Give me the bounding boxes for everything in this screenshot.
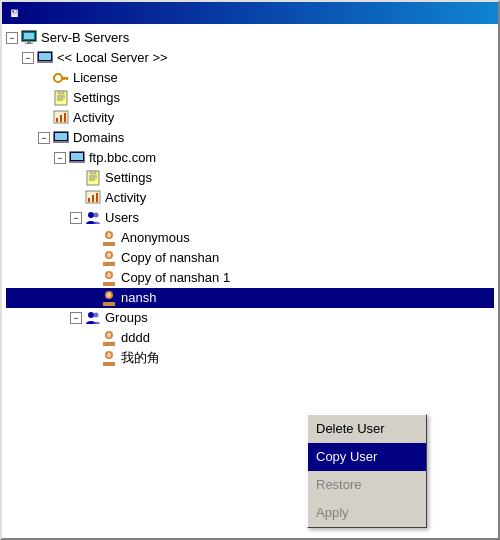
node-label-license: License [73,69,118,87]
node-label-groups: Groups [105,309,148,327]
node-icon-local [36,49,54,67]
tree-node-copynanshan1[interactable]: Copy of nanshan 1 [6,268,494,288]
title-bar: 🖥 [2,2,498,24]
tree-node-settings2[interactable]: Settings [6,168,494,188]
svg-point-52 [107,333,111,338]
svg-point-38 [107,233,111,238]
svg-rect-33 [92,195,94,202]
node-icon-settings2 [84,169,102,187]
tree-node-users[interactable]: −Users [6,208,494,228]
node-label-settings1: Settings [73,89,120,107]
tree-node-anonymous[interactable]: Anonymous [6,228,494,248]
expand-button[interactable]: − [70,212,82,224]
svg-rect-56 [103,362,115,366]
svg-rect-2 [27,41,31,43]
node-label-anonymous: Anonymous [121,229,190,247]
content-area: −Serv-B Servers−<< Local Server >>Licens… [2,24,498,538]
node-icon-activity1 [52,109,70,127]
svg-rect-18 [60,115,62,122]
svg-rect-45 [103,282,115,286]
tree-node-root[interactable]: −Serv-B Servers [6,28,494,48]
svg-rect-27 [90,171,96,174]
tree-node-domains[interactable]: −Domains [6,128,494,148]
svg-point-44 [107,273,111,278]
restore-menu-item: Restore [308,471,426,499]
node-icon-groups [84,309,102,327]
copy-user-menu-item[interactable]: Copy User [308,443,426,471]
svg-point-49 [88,312,94,318]
svg-point-55 [107,353,111,358]
svg-rect-9 [66,77,68,80]
tree-node-ftp[interactable]: −ftp.bbc.com [6,148,494,168]
node-icon-settings1 [52,89,70,107]
svg-rect-5 [39,53,51,60]
tree-node-nansh[interactable]: nansh [6,288,494,308]
node-icon-copynanshan [100,249,118,267]
node-icon-root [20,29,38,47]
tree-container: −Serv-B Servers−<< Local Server >>Licens… [6,28,494,368]
node-label-dddd: dddd [121,329,150,347]
node-label-local: << Local Server >> [57,49,168,67]
node-icon-nansh [100,289,118,307]
node-icon-copynanshan1 [100,269,118,287]
tree-node-activity2[interactable]: Activity [6,188,494,208]
title-icon: 🖥 [7,6,21,20]
svg-rect-22 [53,141,69,143]
svg-point-7 [54,74,62,82]
tree-node-settings1[interactable]: Settings [6,88,494,108]
svg-point-50 [94,313,99,318]
node-icon-anonymous [100,229,118,247]
expand-button[interactable]: − [22,52,34,64]
svg-point-47 [107,293,111,298]
node-label-activity1: Activity [73,109,114,127]
apply-menu-item: Apply [308,499,426,527]
svg-point-36 [94,213,99,218]
tree-node-local[interactable]: −<< Local Server >> [6,48,494,68]
tree-node-mygroup[interactable]: 我的角 [6,348,494,368]
node-label-copynanshan: Copy of nanshan [121,249,219,267]
svg-rect-39 [103,242,115,246]
tree-node-copynanshan[interactable]: Copy of nanshan [6,248,494,268]
expand-button[interactable]: − [54,152,66,164]
expand-button[interactable]: − [38,132,50,144]
main-window: 🖥 −Serv-B Servers−<< Local Server >>Lice… [0,0,500,540]
svg-rect-10 [63,77,65,80]
svg-point-35 [88,212,94,218]
tree-node-dddd[interactable]: dddd [6,328,494,348]
node-icon-activity2 [84,189,102,207]
svg-rect-34 [96,193,98,202]
svg-rect-21 [55,133,67,140]
svg-rect-25 [69,161,85,163]
node-icon-ftp [68,149,86,167]
node-icon-mygroup [100,349,118,367]
expand-button[interactable]: − [70,312,82,324]
node-label-ftp: ftp.bbc.com [89,149,156,167]
svg-rect-48 [103,302,115,306]
tree-node-groups[interactable]: −Groups [6,308,494,328]
svg-rect-1 [24,33,34,39]
delete-user-menu-item[interactable]: Delete User [308,415,426,443]
node-label-copynanshan1: Copy of nanshan 1 [121,269,230,287]
node-icon-users [84,209,102,227]
svg-rect-3 [25,43,33,44]
svg-rect-19 [64,113,66,122]
svg-rect-6 [37,61,53,63]
node-label-nansh: nansh [121,289,156,307]
svg-rect-53 [103,342,115,346]
svg-rect-24 [71,153,83,160]
svg-rect-42 [103,262,115,266]
node-label-activity2: Activity [105,189,146,207]
context-menu: Delete UserCopy UserRestoreApply [307,414,427,528]
node-icon-dddd [100,329,118,347]
tree-node-license[interactable]: License [6,68,494,88]
svg-rect-17 [56,118,58,122]
tree-node-activity1[interactable]: Activity [6,108,494,128]
node-label-mygroup: 我的角 [121,349,160,367]
node-label-users: Users [105,209,139,227]
node-label-settings2: Settings [105,169,152,187]
svg-rect-32 [88,198,90,202]
node-icon-license [52,69,70,87]
svg-point-41 [107,253,111,258]
node-label-domains: Domains [73,129,124,147]
expand-button[interactable]: − [6,32,18,44]
